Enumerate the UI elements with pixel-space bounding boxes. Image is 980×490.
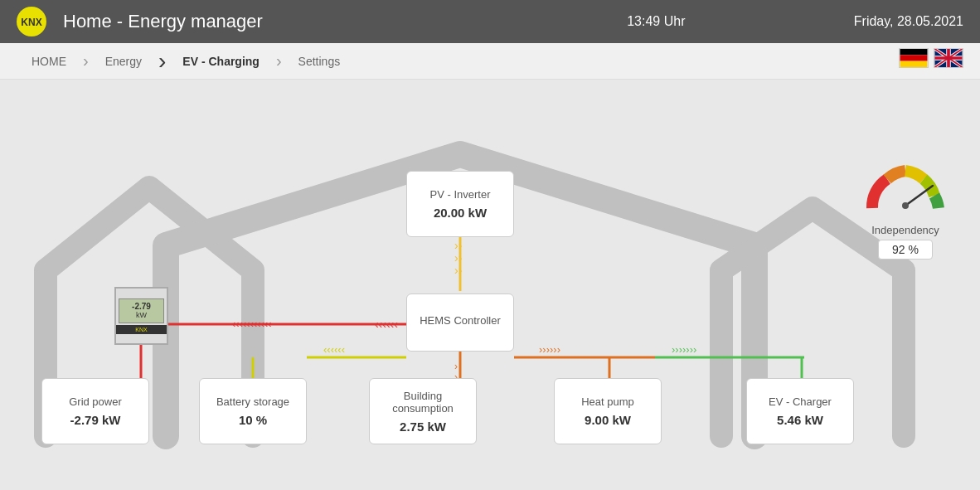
- grid-meter-screen: -2.79 kW: [119, 298, 164, 323]
- battery-storage-box: Battery storage 10 %: [199, 378, 307, 444]
- grid-meter-unit: kW: [136, 311, 147, 319]
- pv-inverter-value: 20.00 kW: [434, 206, 487, 220]
- svg-rect-2: [900, 49, 928, 55]
- independency-gauge: Independency 92 %: [856, 154, 955, 260]
- battery-storage-value: 10 %: [239, 413, 267, 427]
- gauge-percent: 92 %: [878, 240, 933, 260]
- ev-charger-title: EV - Charger: [769, 395, 832, 408]
- flag-uk[interactable]: [934, 48, 963, 68]
- pv-inverter-title: PV - Inverter: [430, 188, 491, 201]
- svg-text:››: ››: [454, 264, 463, 277]
- svg-text:››: ››: [454, 251, 463, 264]
- battery-storage-title: Battery storage: [216, 395, 289, 408]
- header-title: Home - Energy manager: [63, 11, 458, 32]
- nav-settings[interactable]: Settings: [284, 43, 356, 80]
- building-consumption-title: Building consumption: [376, 390, 469, 415]
- svg-text:››››››: ››››››: [375, 318, 398, 331]
- nav-bar: HOME › Energy › EV - Charging › Settings: [0, 43, 980, 80]
- flag-german[interactable]: [899, 48, 929, 68]
- heat-pump-box: Heat pump 9.00 kW: [554, 378, 662, 444]
- main-content: ›› ›› ›› ›››››› ‹‹‹‹‹‹‹‹‹‹‹ ‹‹‹‹‹‹ › › ›…: [0, 80, 980, 490]
- header-date: Friday, 28.05.2021: [854, 14, 963, 29]
- pv-inverter-box: PV - Inverter 20.00 kW: [406, 171, 514, 237]
- nav-arrow-2: ›: [158, 48, 166, 75]
- building-consumption-box: Building consumption 2.75 kW: [369, 378, 477, 444]
- hems-title: HEMS Controller: [420, 314, 501, 327]
- svg-text:››››››: ››››››: [539, 343, 560, 356]
- header-time: 13:49 Uhr: [458, 14, 854, 29]
- building-consumption-value: 2.75 kW: [400, 420, 446, 434]
- nav-ev-charging[interactable]: EV - Charging: [167, 43, 274, 80]
- hems-box: HEMS Controller: [406, 294, 514, 352]
- gauge-label: Independency: [871, 224, 939, 236]
- knx-logo: KNX: [17, 7, 53, 36]
- nav-energy[interactable]: Energy: [90, 43, 157, 80]
- heat-pump-value: 9.00 kW: [585, 413, 631, 427]
- svg-point-36: [902, 202, 909, 209]
- ev-charger-box: EV - Charger 5.46 kW: [746, 378, 854, 444]
- svg-text:›: ›: [454, 361, 458, 372]
- svg-text:›››››››: ›››››››: [672, 343, 696, 356]
- header: KNX Home - Energy manager 13:49 Uhr Frid…: [0, 0, 980, 43]
- grid-power-box: Grid power -2.79 kW: [41, 378, 149, 444]
- grid-power-title: Grid power: [69, 395, 122, 408]
- flag-container: [899, 48, 963, 68]
- gauge-svg: [856, 154, 955, 221]
- ev-charger-value: 5.46 kW: [777, 413, 823, 427]
- nav-arrow-3: ›: [276, 51, 282, 70]
- heat-pump-title: Heat pump: [581, 395, 634, 408]
- svg-rect-4: [900, 61, 928, 67]
- svg-text:‹‹‹‹‹‹: ‹‹‹‹‹‹: [323, 343, 345, 356]
- svg-rect-3: [900, 55, 928, 61]
- grid-power-value: -2.79 kW: [70, 413, 121, 427]
- grid-meter-value: -2.79: [132, 302, 151, 311]
- svg-text:‹‹‹‹‹‹‹‹‹‹‹: ‹‹‹‹‹‹‹‹‹‹‹: [232, 318, 272, 330]
- svg-text:››: ››: [454, 239, 463, 252]
- nav-arrow-1: ›: [83, 51, 89, 70]
- nav-home[interactable]: HOME: [17, 43, 81, 80]
- svg-text:KNX: KNX: [21, 17, 41, 28]
- grid-meter-logo: KNX: [116, 325, 167, 334]
- grid-meter-device: -2.79 kW KNX: [114, 287, 168, 345]
